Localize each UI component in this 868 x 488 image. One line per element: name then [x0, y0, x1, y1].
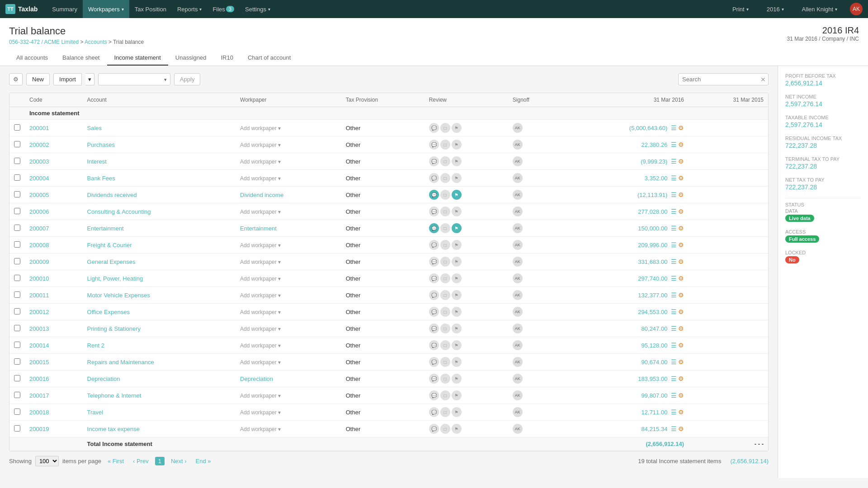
review-icon-3[interactable]: ⚑ — [452, 357, 462, 367]
row-action-list-icon[interactable]: ☰ — [671, 124, 677, 131]
row-checkbox[interactable] — [14, 392, 20, 398]
review-icon-3[interactable]: ⚑ — [452, 190, 462, 200]
account-code[interactable]: 200011 — [29, 292, 49, 299]
signoff-initials[interactable]: AK — [513, 357, 523, 367]
account-name[interactable]: Bank Fees — [87, 175, 115, 182]
review-icon-3[interactable]: ⚑ — [452, 407, 462, 417]
row-action-cog-icon[interactable]: ⚙ — [678, 325, 684, 332]
review-icon-2[interactable]: □ — [440, 374, 450, 384]
row-checkbox[interactable] — [14, 291, 20, 298]
review-icon-3[interactable]: ⚑ — [452, 324, 462, 333]
review-icon-1[interactable]: 💬 — [429, 173, 439, 183]
account-name[interactable]: Income tax expense — [87, 426, 140, 432]
add-workpaper[interactable]: Add workpaper ▾ — [240, 159, 281, 165]
account-name[interactable]: Repairs and Maintenance — [87, 359, 154, 366]
per-page-select[interactable]: 100 — [35, 456, 59, 466]
account-code[interactable]: 200006 — [29, 208, 49, 215]
account-name[interactable]: Sales — [87, 125, 102, 131]
signoff-initials[interactable]: AK — [513, 290, 523, 300]
signoff-initials[interactable]: AK — [513, 407, 523, 417]
add-workpaper[interactable]: Add workpaper ▾ — [240, 359, 281, 366]
nav-user[interactable]: Allen Knight ▾ — [797, 0, 843, 18]
import-button[interactable]: Import — [53, 73, 82, 85]
account-name[interactable]: Office Expenses — [87, 309, 130, 315]
signoff-initials[interactable]: AK — [513, 240, 523, 250]
row-checkbox[interactable] — [14, 342, 20, 348]
breadcrumb-accounts[interactable]: Accounts — [85, 39, 107, 45]
row-checkbox[interactable] — [14, 308, 20, 314]
review-icon-2[interactable]: □ — [440, 190, 450, 200]
row-action-cog-icon[interactable]: ⚙ — [678, 291, 684, 299]
row-checkbox[interactable] — [14, 275, 20, 281]
row-action-list-icon[interactable]: ☰ — [671, 375, 677, 382]
review-icon-1[interactable]: 💬 — [429, 307, 439, 317]
account-code[interactable]: 200017 — [29, 392, 49, 399]
review-icon-2[interactable]: □ — [440, 424, 450, 434]
review-icon-3[interactable]: ⚑ — [452, 223, 462, 233]
signoff-initials[interactable]: AK — [513, 223, 523, 233]
search-input[interactable] — [678, 73, 769, 85]
row-action-list-icon[interactable]: ☰ — [671, 158, 677, 165]
account-code[interactable]: 200001 — [29, 125, 49, 131]
row-action-cog-icon[interactable]: ⚙ — [678, 358, 684, 366]
row-checkbox[interactable] — [14, 425, 20, 432]
workpaper-link[interactable]: Entertainment — [240, 225, 277, 232]
review-icon-2[interactable]: □ — [440, 156, 450, 166]
review-icon-2[interactable]: □ — [440, 324, 450, 333]
review-icon-2[interactable]: □ — [440, 407, 450, 417]
review-icon-1[interactable]: 💬 — [429, 290, 439, 300]
review-icon-3[interactable]: ⚑ — [452, 257, 462, 267]
breadcrumb-company[interactable]: 056-332-472 / ACME Limited — [9, 39, 79, 45]
nav-workpapers[interactable]: Workpapers ▾ — [83, 0, 129, 18]
row-action-list-icon[interactable]: ☰ — [671, 392, 677, 399]
row-action-cog-icon[interactable]: ⚙ — [678, 191, 684, 198]
account-name[interactable]: Telephone & Internet — [87, 392, 142, 399]
add-workpaper[interactable]: Add workpaper ▾ — [240, 259, 281, 265]
add-workpaper[interactable]: Add workpaper ▾ — [240, 292, 281, 299]
review-icon-2[interactable]: □ — [440, 140, 450, 150]
workpaper-link[interactable]: Dividend income — [240, 192, 283, 198]
account-code[interactable]: 200013 — [29, 325, 49, 332]
review-icon-2[interactable]: □ — [440, 390, 450, 400]
account-name[interactable]: Interest — [87, 158, 107, 165]
review-icon-1[interactable]: 💬 — [429, 257, 439, 267]
tab-balance-sheet[interactable]: Balance sheet — [55, 51, 107, 66]
signoff-initials[interactable]: AK — [513, 173, 523, 183]
tab-chart-of-account[interactable]: Chart of account — [241, 51, 298, 66]
review-icon-1[interactable]: 💬 — [429, 140, 439, 150]
sidebar-taxable-income-value[interactable]: 2,597,276.14 — [785, 121, 861, 128]
row-action-cog-icon[interactable]: ⚙ — [678, 375, 684, 382]
next-page-link[interactable]: Next › — [168, 457, 189, 465]
account-code[interactable]: 200015 — [29, 359, 49, 366]
nav-summary[interactable]: Summary — [47, 0, 83, 18]
row-action-cog-icon[interactable]: ⚙ — [678, 308, 684, 315]
row-checkbox[interactable] — [14, 325, 20, 331]
add-workpaper[interactable]: Add workpaper ▾ — [240, 242, 281, 249]
review-icon-1[interactable]: 💬 — [429, 407, 439, 417]
account-name[interactable]: Printing & Stationery — [87, 325, 141, 332]
review-icon-2[interactable]: □ — [440, 357, 450, 367]
row-action-list-icon[interactable]: ☰ — [671, 308, 677, 315]
account-name[interactable]: Freight & Courier — [87, 242, 132, 249]
account-name[interactable]: Entertainment — [87, 225, 124, 232]
row-checkbox[interactable] — [14, 258, 20, 264]
sidebar-profit-value[interactable]: 2,656,912.14 — [785, 80, 861, 87]
account-name[interactable]: Light, Power, Heating — [87, 275, 143, 282]
review-icon-3[interactable]: ⚑ — [452, 273, 462, 283]
review-icon-3[interactable]: ⚑ — [452, 156, 462, 166]
account-code[interactable]: 200008 — [29, 242, 49, 249]
review-icon-2[interactable]: □ — [440, 290, 450, 300]
review-icon-1[interactable]: 💬 — [429, 240, 439, 250]
row-action-cog-icon[interactable]: ⚙ — [678, 141, 684, 148]
signoff-initials[interactable]: AK — [513, 206, 523, 216]
user-avatar[interactable]: AK — [850, 3, 863, 15]
review-icon-1[interactable]: 💬 — [429, 223, 439, 233]
filter-select[interactable] — [98, 73, 170, 85]
row-checkbox[interactable] — [14, 141, 20, 147]
row-action-cog-icon[interactable]: ⚙ — [678, 225, 684, 232]
review-icon-2[interactable]: □ — [440, 240, 450, 250]
account-code[interactable]: 200002 — [29, 141, 49, 148]
account-name[interactable]: General Expenses — [87, 258, 136, 265]
tab-ir10[interactable]: IR10 — [213, 51, 240, 66]
import-caret-button[interactable]: ▾ — [85, 73, 94, 85]
